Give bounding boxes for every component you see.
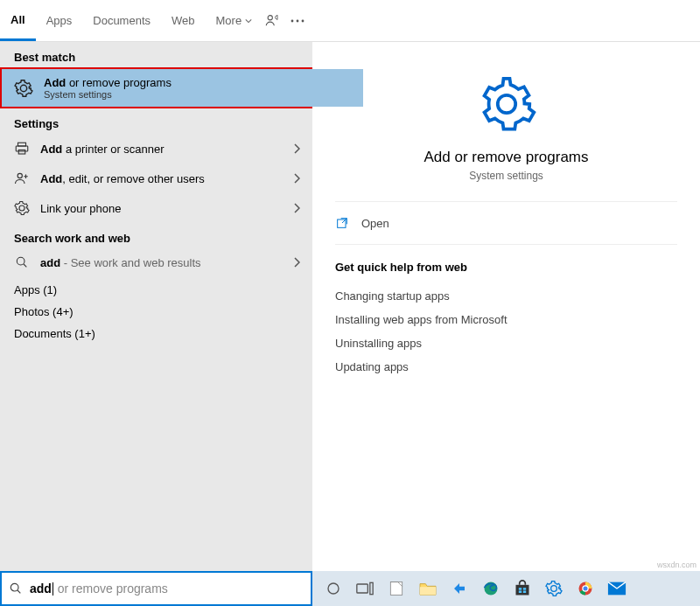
svg-point-3 <box>301 19 304 22</box>
search-input[interactable]: add or remove programs <box>0 571 312 606</box>
svg-point-8 <box>17 257 24 265</box>
section-photos-count[interactable]: Photos (4+) <box>0 298 312 320</box>
svg-rect-21 <box>523 591 526 594</box>
svg-rect-20 <box>519 591 522 594</box>
taskbar-app-libreoffice-icon[interactable] <box>381 571 412 606</box>
gear-icon <box>476 73 537 135</box>
taskbar-app-settings-icon[interactable] <box>538 571 570 606</box>
svg-rect-13 <box>370 582 373 594</box>
svg-rect-19 <box>523 588 526 590</box>
chevron-right-icon <box>293 173 300 184</box>
open-icon <box>335 216 349 230</box>
search-filter-tabs: All Apps Documents Web More <box>0 0 312 42</box>
tab-more[interactable]: More <box>206 1 263 41</box>
task-view-icon[interactable] <box>349 571 381 606</box>
detail-title: Add or remove programs <box>424 149 588 166</box>
svg-point-24 <box>584 587 588 591</box>
best-match-subtitle: System settings <box>44 89 172 100</box>
gear-icon <box>12 77 35 100</box>
action-open[interactable]: Open <box>335 202 677 245</box>
chevron-right-icon <box>293 257 300 268</box>
svg-rect-15 <box>420 587 436 595</box>
taskbar-app-arrow-icon[interactable] <box>444 571 475 606</box>
svg-rect-14 <box>390 582 402 596</box>
svg-point-2 <box>296 19 298 22</box>
watermark: wsxdn.com <box>657 561 696 569</box>
svg-rect-18 <box>519 588 522 590</box>
result-best-match[interactable]: Add or remove programs System settings <box>0 67 312 108</box>
tab-documents[interactable]: Documents <box>82 1 161 41</box>
result-web-search[interactable]: add - See work and web results <box>0 248 312 276</box>
svg-rect-17 <box>516 585 529 596</box>
svg-rect-6 <box>18 150 25 155</box>
section-documents-count[interactable]: Documents (1+) <box>0 320 312 342</box>
cortana-icon[interactable] <box>318 571 349 606</box>
taskbar-app-mail-icon[interactable] <box>601 571 633 606</box>
best-match-title: Add or remove programs <box>44 76 172 89</box>
section-settings: Settings <box>0 108 312 134</box>
feedback-icon[interactable] <box>262 7 282 35</box>
detail-hero: Add or remove programs System settings <box>335 56 677 202</box>
taskbar-app-store-icon[interactable] <box>507 571 538 606</box>
section-apps-count[interactable]: Apps (1) <box>0 276 312 298</box>
chevron-right-icon <box>293 203 300 213</box>
svg-point-1 <box>290 19 293 22</box>
svg-point-10 <box>10 583 18 591</box>
taskbar-app-chrome-icon[interactable] <box>570 571 601 606</box>
help-link-startup[interactable]: Changing startup apps <box>335 284 677 308</box>
result-add-printer[interactable]: Add a printer or scanner <box>0 134 312 164</box>
help-link-uninstall[interactable]: Uninstalling apps <box>335 331 677 355</box>
user-plus-icon <box>12 171 32 186</box>
tab-apps[interactable]: Apps <box>36 1 83 41</box>
section-best-match: Best match <box>0 42 312 67</box>
help-link-update[interactable]: Updating apps <box>335 355 677 379</box>
more-options-icon[interactable] <box>288 7 307 35</box>
web-help-title: Get quick help from web <box>335 261 677 274</box>
tab-web[interactable]: Web <box>161 1 206 41</box>
taskbar-app-explorer-icon[interactable] <box>412 571 444 606</box>
taskbar-app-edge-icon[interactable] <box>475 571 507 606</box>
svg-point-7 <box>18 173 22 178</box>
taskbar <box>312 571 700 606</box>
chevron-down-icon <box>245 17 252 24</box>
result-add-users[interactable]: Add, edit, or remove other users <box>0 164 312 193</box>
search-icon <box>9 582 23 596</box>
svg-point-0 <box>268 15 272 19</box>
detail-subtitle: System settings <box>469 170 543 182</box>
svg-rect-5 <box>16 146 28 151</box>
gear-icon <box>12 200 32 216</box>
section-search-web: Search work and web <box>0 223 312 248</box>
chevron-right-icon <box>293 143 300 154</box>
search-icon <box>12 255 32 269</box>
svg-rect-12 <box>357 584 368 593</box>
result-link-phone[interactable]: Link your phone <box>0 193 312 223</box>
help-link-install[interactable]: Installing web apps from Microsoft <box>335 308 677 331</box>
tab-all[interactable]: All <box>0 1 36 41</box>
svg-point-11 <box>328 583 339 594</box>
printer-icon <box>12 141 32 157</box>
